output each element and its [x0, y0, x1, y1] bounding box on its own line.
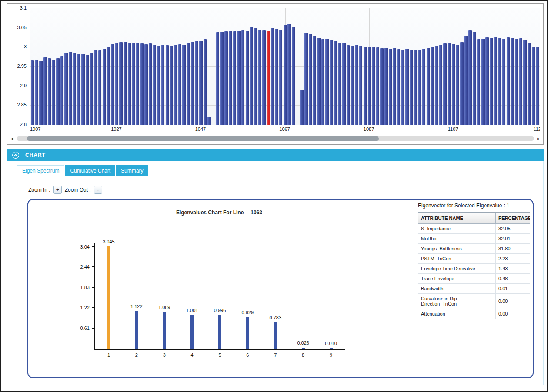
- spectrum-bar[interactable]: [452, 44, 455, 125]
- table-row[interactable]: S_Impedance32.05: [418, 224, 530, 234]
- scroll-left-arrow-icon[interactable]: ◄: [9, 136, 15, 142]
- spectrum-bar[interactable]: [43, 57, 47, 125]
- spectrum-bar[interactable]: [161, 45, 164, 125]
- spectrum-bar[interactable]: [300, 90, 303, 125]
- spectrum-bar[interactable]: [376, 47, 379, 125]
- eigenvalue-bar[interactable]: [107, 246, 110, 349]
- scrollbar-track[interactable]: [17, 136, 534, 141]
- spectrum-bar[interactable]: [241, 30, 244, 125]
- spectrum-bar[interactable]: [439, 45, 442, 125]
- spectrum-bar[interactable]: [342, 43, 345, 125]
- spectrum-bar[interactable]: [372, 47, 375, 125]
- spectrum-bar[interactable]: [35, 60, 38, 125]
- column-header-attribute-name[interactable]: ATTRIBUTE NAME: [418, 213, 496, 224]
- spectrum-bar[interactable]: [39, 61, 42, 125]
- spectrum-bar[interactable]: [56, 58, 59, 125]
- scroll-right-arrow-icon[interactable]: ►: [535, 136, 541, 142]
- spectrum-bar[interactable]: [124, 42, 127, 125]
- spectrum-bar[interactable]: [216, 32, 219, 125]
- eigenvalue-bar[interactable]: [190, 315, 194, 349]
- spectrum-bar[interactable]: [448, 43, 451, 125]
- spectrum-bar[interactable]: [347, 45, 350, 125]
- spectrum-bar[interactable]: [48, 58, 51, 125]
- spectrum-bar[interactable]: [325, 39, 328, 125]
- spectrum-bar[interactable]: [140, 43, 144, 125]
- chart-section-header[interactable]: CHART: [7, 149, 544, 161]
- spectrum-bar[interactable]: [393, 48, 396, 125]
- spectrum-bar[interactable]: [149, 43, 152, 125]
- spectrum-bar[interactable]: [351, 46, 354, 125]
- eigenvalue-bar[interactable]: [274, 322, 277, 349]
- tab-cumulative-chart[interactable]: Cumulative Chart: [65, 165, 115, 176]
- spectrum-bar[interactable]: [52, 60, 55, 125]
- spectrum-bar[interactable]: [473, 32, 476, 125]
- spectrum-bar[interactable]: [144, 44, 147, 125]
- spectrum-bar[interactable]: [86, 55, 89, 125]
- spectrum-bar[interactable]: [443, 43, 446, 125]
- spectrum-bar[interactable]: [174, 45, 177, 125]
- spectrum-bar[interactable]: [254, 28, 257, 125]
- zoom-out-button[interactable]: -: [94, 186, 102, 194]
- spectrum-bar[interactable]: [119, 42, 122, 125]
- spectrum-bar[interactable]: [69, 52, 72, 125]
- spectrum-bar[interactable]: [464, 36, 468, 125]
- spectrum-bar[interactable]: [507, 37, 510, 125]
- spectrum-bar[interactable]: [401, 50, 404, 125]
- spectrum-bar[interactable]: [250, 27, 253, 125]
- table-row[interactable]: Bandwidth0.01: [418, 284, 530, 294]
- eigenvalue-bar[interactable]: [302, 348, 305, 349]
- spectrum-bar[interactable]: [355, 45, 358, 125]
- spectrum-bar[interactable]: [359, 46, 362, 125]
- spectrum-bar[interactable]: [170, 46, 173, 125]
- spectrum-bar[interactable]: [364, 47, 367, 125]
- spectrum-bar[interactable]: [77, 54, 80, 125]
- spectrum-bar[interactable]: [468, 30, 471, 125]
- spectrum-bar[interactable]: [427, 48, 430, 125]
- spectrum-bar[interactable]: [511, 38, 514, 125]
- zoom-in-button[interactable]: +: [53, 186, 62, 194]
- spectrum-bar[interactable]: [292, 27, 295, 125]
- table-row[interactable]: Curvature: in Dip Direction_TriCon0.00: [418, 294, 530, 309]
- table-row[interactable]: MuRho32.01: [418, 234, 530, 244]
- spectrum-bar[interactable]: [90, 53, 93, 125]
- spectrum-bar[interactable]: [60, 56, 63, 125]
- spectrum-bar[interactable]: [418, 50, 421, 125]
- eigenvalue-bar[interactable]: [218, 315, 221, 349]
- spectrum-bar[interactable]: [309, 34, 312, 125]
- spectrum-bar[interactable]: [187, 43, 190, 125]
- spectrum-bar[interactable]: [389, 49, 392, 125]
- spectrum-bar[interactable]: [224, 31, 227, 125]
- column-header-percentage[interactable]: PERCENTAGE: [496, 213, 530, 224]
- horizontal-scrollbar[interactable]: ◄ ►: [9, 136, 541, 142]
- spectrum-bar[interactable]: [490, 38, 493, 125]
- spectrum-bar[interactable]: [338, 43, 341, 125]
- spectrum-bar[interactable]: [220, 32, 223, 125]
- spectrum-bar[interactable]: [279, 30, 282, 125]
- eigenvalue-bar[interactable]: [330, 348, 333, 349]
- spectrum-bar[interactable]: [191, 42, 194, 125]
- scrollbar-thumb[interactable]: [27, 136, 379, 141]
- spectrum-bar[interactable]: [384, 48, 388, 125]
- spectrum-bar[interactable]: [334, 41, 337, 125]
- eigenvalue-bar[interactable]: [163, 312, 166, 349]
- collapse-chevron-icon[interactable]: [12, 152, 19, 159]
- spectrum-bar[interactable]: [536, 47, 539, 125]
- spectrum-bar[interactable]: [317, 38, 320, 125]
- spectrum-bar[interactable]: [94, 50, 97, 125]
- spectrum-bar[interactable]: [111, 44, 114, 125]
- spectrum-bar[interactable]: [204, 39, 207, 125]
- spectrum-bar[interactable]: [313, 36, 316, 125]
- spectrum-bar[interactable]: [195, 41, 198, 125]
- spectrum-bar[interactable]: [494, 37, 497, 125]
- table-row[interactable]: PSTM_TriCon2.23: [418, 254, 530, 264]
- spectrum-bar[interactable]: [271, 28, 274, 125]
- spectrum-bar[interactable]: [380, 48, 383, 125]
- spectrum-bar[interactable]: [431, 47, 434, 125]
- spectrum-bar[interactable]: [258, 30, 261, 125]
- spectrum-bar[interactable]: [435, 46, 438, 125]
- table-row[interactable]: Youngs_Brittleness31.80: [418, 244, 530, 254]
- eigenvalue-bar[interactable]: [135, 311, 138, 349]
- spectrum-bar[interactable]: [330, 40, 333, 125]
- spectrum-bar[interactable]: [73, 53, 76, 125]
- spectrum-bar[interactable]: [157, 46, 160, 125]
